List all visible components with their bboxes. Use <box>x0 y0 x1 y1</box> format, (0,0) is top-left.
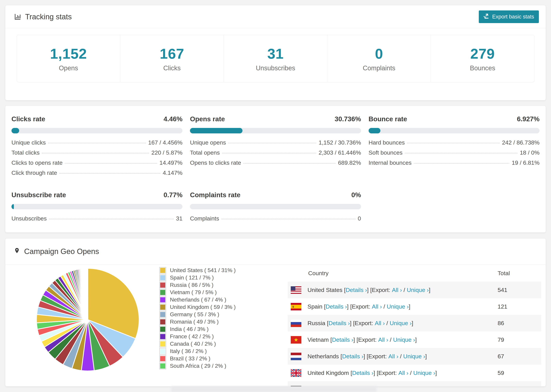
geo-cell-total: 121 <box>498 303 541 310</box>
export-all-link[interactable]: All › <box>388 353 398 360</box>
rate-block-unsubscribe-rate: Unsubscribe rate 0.77% Unsubscribes31 <box>11 191 182 225</box>
stat-value: 167 / 4.456% <box>148 139 182 146</box>
export-all-link[interactable]: All › <box>378 336 388 343</box>
rate-title: Unsubscribe rate <box>11 191 66 199</box>
country-name: United States <box>308 287 344 293</box>
stat-value: 14.497% <box>160 159 182 166</box>
geo-cell-total: 541 <box>498 287 541 293</box>
export-unique-link[interactable]: Unique › <box>396 386 418 386</box>
export-all-link[interactable]: All › <box>381 386 391 386</box>
country-name: Vietnam <box>308 336 330 343</box>
geo-table-row-russia: Russia [Details ›] [Export: All › / Uniq… <box>288 315 541 331</box>
geo-table-row-united-states: United States [Details ›] [Export: All ›… <box>288 282 541 298</box>
dotted-leader <box>59 173 160 174</box>
summary-box-unsubscribes: 31Unsubscribes <box>224 35 327 82</box>
geo-cell-total: 67 <box>498 353 541 360</box>
stat-value: 242 / 86.738% <box>502 139 540 146</box>
legend-swatch <box>159 341 166 347</box>
export-button-label: Export basic stats <box>492 14 534 20</box>
rate-stat-row: Complaints0 <box>190 215 361 225</box>
details-link[interactable]: Details › <box>352 370 374 376</box>
geo-pie-legend: United States ( 541 / 31% )Spain ( 121 /… <box>152 265 281 370</box>
details-link[interactable]: Details › <box>326 303 347 310</box>
legend-swatch <box>159 333 166 340</box>
rates-card: Clicks rate 4.46% Unique clicks167 / 4.4… <box>5 105 546 233</box>
legend-item-brazil: Brazil ( 33 / 2% ) <box>159 355 281 362</box>
summary-box-clicks: 167Clicks <box>120 35 224 82</box>
rate-percent: 0% <box>351 191 361 199</box>
export-unique-link[interactable]: Unique › <box>403 353 425 360</box>
legend-swatch <box>159 289 166 296</box>
rate-title: Complaints rate <box>190 191 240 199</box>
rate-block-bounce-rate: Bounce rate 6.927% Hard bounces242 / 86.… <box>369 115 540 180</box>
stat-value: 4.147% <box>163 169 182 176</box>
stat-label: Clicks to opens rate <box>11 159 63 166</box>
dotted-leader <box>243 163 336 163</box>
stat-value: 2,303 / 61.446% <box>319 149 361 156</box>
export-unique-link[interactable]: Unique › <box>387 303 409 310</box>
stat-value: 31 <box>176 215 183 222</box>
geo-cell-total: 59 <box>498 370 541 376</box>
rate-stat-row: Internal bounces19 / 6.81% <box>369 159 540 169</box>
export-basic-stats-button[interactable]: Export basic stats <box>479 10 539 23</box>
geo-content: United States ( 541 / 31% )Spain ( 121 /… <box>5 265 546 386</box>
legend-item-germany: Germany ( 55 / 3% ) <box>159 311 281 318</box>
legend-label: France ( 42 / 2% ) <box>170 333 214 340</box>
export-all-link[interactable]: All › <box>392 287 402 293</box>
export-icon <box>484 13 489 20</box>
summary-label: Complaints <box>363 64 395 72</box>
geo-table-body: United States [Details ›] [Export: All ›… <box>288 282 541 386</box>
stat-value: 689.82% <box>338 159 361 166</box>
legend-label: United States ( 541 / 31% ) <box>170 267 236 273</box>
rate-progress-track <box>11 204 182 209</box>
export-all-link[interactable]: All › <box>372 303 382 310</box>
stat-label: Unique clicks <box>11 139 46 146</box>
rate-block-complaints-rate: Complaints rate 0% Complaints0 <box>190 191 361 225</box>
rate-percent: 0.77% <box>164 191 183 199</box>
details-link[interactable]: Details › <box>332 336 353 343</box>
details-link[interactable]: Details › <box>346 287 367 293</box>
summary-label: Bounces <box>470 64 495 72</box>
tracking-stats-card: Tracking stats Export basic stats 1,152O… <box>5 5 546 100</box>
legend-label: United Kingdom ( 59 / 3% ) <box>170 304 236 310</box>
geo-cell-country: Spain [Details ›] [Export: All › / Uniqu… <box>288 303 498 310</box>
rate-block-clicks-rate: Clicks rate 4.46% Unique clicks167 / 4.4… <box>11 115 182 180</box>
stat-value: 0 <box>358 215 361 222</box>
stat-label: Total opens <box>190 149 220 156</box>
flag-icon-vn: ★ <box>291 336 301 343</box>
geo-pie-chart <box>33 265 152 382</box>
campaign-geo-opens-header: Campaign Geo Opens <box>5 238 546 265</box>
rate-block-opens-rate: Opens rate 30.736% Unique opens1,152 / 3… <box>190 115 361 180</box>
export-all-link[interactable]: All › <box>375 320 385 327</box>
export-all-link[interactable]: All › <box>398 370 409 376</box>
legend-label: Vietnam ( 79 / 5% ) <box>170 289 217 295</box>
legend-item-canada: Canada ( 40 / 2% ) <box>159 340 281 348</box>
tracking-stats-title: Tracking stats <box>14 13 72 21</box>
summary-value: 0 <box>375 45 383 62</box>
geo-cell-country: United States [Details ›] [Export: All ›… <box>288 286 498 294</box>
stat-value: 19 / 6.81% <box>512 159 540 166</box>
legend-swatch <box>159 355 166 362</box>
export-unique-link[interactable]: Unique › <box>390 320 412 327</box>
stat-label: Internal bounces <box>369 159 411 166</box>
details-link[interactable]: Details › <box>342 353 363 360</box>
legend-item-vietnam: Vietnam ( 79 / 5% ) <box>159 289 281 296</box>
rate-stat-row: Unsubscribes31 <box>11 215 182 225</box>
export-unique-link[interactable]: Unique › <box>407 287 429 293</box>
legend-label: Romania ( 49 / 3% ) <box>170 319 219 325</box>
stat-value: 220 / 5.87% <box>151 149 182 156</box>
details-link[interactable]: Details › <box>329 320 350 327</box>
summary-box-bounces: 279Bounces <box>431 35 534 82</box>
rate-stat-row: Hard bounces242 / 86.738% <box>369 139 540 149</box>
stat-value: 18 / 0% <box>520 149 540 156</box>
legend-label: Germany ( 55 / 3% ) <box>170 311 219 318</box>
dotted-leader <box>405 153 517 154</box>
legend-item-united-states: United States ( 541 / 31% ) <box>159 267 281 274</box>
legend-swatch <box>159 274 166 281</box>
export-unique-link[interactable]: Unique › <box>393 336 415 343</box>
legend-swatch <box>159 318 166 325</box>
stat-label: Hard bounces <box>369 139 405 146</box>
rate-stat-row: Clicks to opens rate14.497% <box>11 159 182 169</box>
export-unique-link[interactable]: Unique › <box>413 370 435 376</box>
dotted-leader <box>49 219 174 219</box>
